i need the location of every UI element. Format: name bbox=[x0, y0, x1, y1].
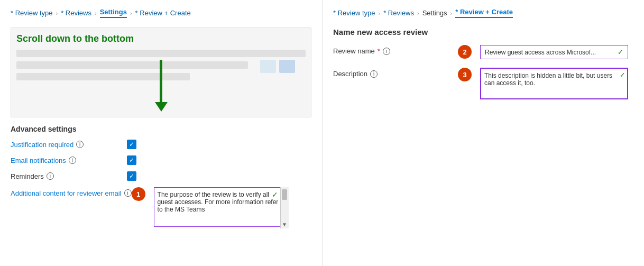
left-breadcrumb-review-create[interactable]: * Review + Create bbox=[135, 9, 191, 17]
review-name-section-title: Name new access review bbox=[333, 27, 633, 36]
review-name-field-area: 2 Review guest access across Microsof...… bbox=[458, 45, 628, 59]
additional-content-field-area: 1 ✓ ▼ bbox=[132, 187, 289, 228]
review-name-input[interactable]: Review guest access across Microsof... ✓ bbox=[480, 45, 628, 59]
right-breadcrumb-reviews[interactable]: * Reviews bbox=[383, 9, 414, 17]
description-label-area: Description i bbox=[333, 68, 449, 78]
scrollbar-thumb bbox=[282, 189, 287, 200]
checkbox-check-1: ✓ bbox=[129, 141, 134, 148]
blurred-block bbox=[260, 60, 295, 73]
review-name-checkmark: ✓ bbox=[618, 48, 623, 56]
badge-2: 2 bbox=[458, 45, 472, 59]
scrollbar-down-arrow[interactable]: ▼ bbox=[282, 222, 287, 227]
email-notifications-row: Email notifications i ✓ bbox=[11, 155, 311, 165]
reminders-info-icon[interactable]: i bbox=[47, 172, 54, 180]
justification-required-row: Justification required i ✓ bbox=[11, 140, 311, 149]
left-breadcrumb: * Review type › * Reviews › Settings › *… bbox=[11, 8, 311, 18]
description-textarea-wrapper: ✓ bbox=[480, 68, 628, 101]
left-breadcrumb-review-type[interactable]: * Review type bbox=[11, 9, 52, 17]
left-breadcrumb-settings[interactable]: Settings bbox=[100, 8, 127, 18]
email-info-icon[interactable]: i bbox=[69, 157, 76, 164]
additional-checkmark: ✓ bbox=[272, 190, 278, 199]
textarea-scrollbar[interactable]: ▼ bbox=[280, 187, 289, 228]
description-textarea[interactable] bbox=[480, 68, 628, 99]
advanced-settings-title: Advanced settings bbox=[11, 125, 311, 133]
arrow-head bbox=[155, 102, 168, 112]
checkbox-check-2: ✓ bbox=[129, 157, 134, 163]
right-breadcrumb-review-type[interactable]: * Review type bbox=[333, 9, 375, 17]
additional-info-icon[interactable]: i bbox=[124, 189, 132, 197]
scroll-instruction-box: Scroll down to the bottom bbox=[11, 27, 311, 117]
blurred-row-2 bbox=[16, 61, 248, 69]
blurred-row-1 bbox=[16, 50, 306, 57]
reminders-row: Reminders i ✓ bbox=[11, 171, 311, 181]
review-name-row: Review name * i 2 Review guest access ac… bbox=[333, 45, 633, 59]
additional-textarea-wrapper: ✓ ▼ bbox=[154, 187, 289, 228]
description-checkmark: ✓ bbox=[620, 71, 625, 79]
right-breadcrumb-review-create[interactable]: * Review + Create bbox=[455, 8, 513, 18]
description-info-icon[interactable]: i bbox=[370, 70, 378, 78]
additional-content-row: Additional content for reviewer email i … bbox=[11, 187, 311, 228]
blurred-sq-1 bbox=[260, 60, 276, 73]
arrow-line bbox=[160, 60, 162, 102]
justification-checkbox[interactable]: ✓ bbox=[127, 140, 136, 149]
email-notifications-checkbox[interactable]: ✓ bbox=[127, 155, 136, 165]
right-breadcrumb: * Review type › * Reviews › Settings › *… bbox=[333, 8, 633, 18]
right-panel: * Review type › * Reviews › Settings › *… bbox=[323, 0, 644, 266]
left-panel: * Review type › * Reviews › Settings › *… bbox=[0, 0, 323, 266]
right-breadcrumb-settings[interactable]: Settings bbox=[422, 9, 447, 17]
badge-3: 3 bbox=[458, 68, 472, 81]
justification-label: Justification required i bbox=[11, 141, 127, 149]
review-name-info-icon[interactable]: i bbox=[383, 48, 390, 55]
reminders-checkbox[interactable]: ✓ bbox=[127, 171, 136, 181]
review-name-required: * bbox=[378, 47, 380, 55]
description-field-area: 3 ✓ bbox=[458, 68, 628, 101]
additional-content-textarea[interactable] bbox=[154, 187, 289, 227]
review-name-value: Review guest access across Microsof... bbox=[485, 49, 615, 56]
checkbox-check-3: ✓ bbox=[129, 173, 134, 179]
reminders-label: Reminders i bbox=[11, 172, 127, 180]
blurred-sq-2 bbox=[279, 60, 295, 73]
description-row: Description i 3 ✓ bbox=[333, 68, 633, 101]
left-breadcrumb-reviews[interactable]: * Reviews bbox=[61, 9, 91, 17]
review-name-label-area: Review name * i bbox=[333, 45, 449, 55]
badge-1: 1 bbox=[132, 187, 145, 201]
email-notifications-label: Email notifications i bbox=[11, 157, 127, 164]
scroll-instruction-text: Scroll down to the bottom bbox=[16, 33, 306, 44]
additional-content-label: Additional content for reviewer email i bbox=[11, 187, 132, 197]
justification-info-icon[interactable]: i bbox=[76, 141, 84, 148]
scroll-arrow bbox=[155, 60, 168, 112]
